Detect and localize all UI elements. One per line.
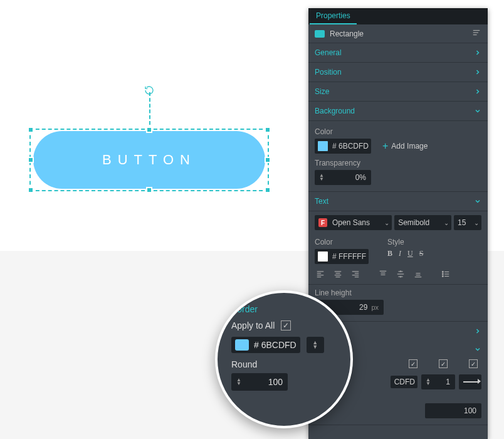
section-background[interactable]: Background [308, 102, 488, 121]
plus-icon: + [382, 141, 388, 151]
stepper-icon[interactable]: ▲▼ [234, 378, 244, 386]
text-style-label: Style [387, 238, 423, 246]
chevron-down-icon: ⌄ [474, 220, 479, 226]
svg-point-26 [442, 276, 443, 277]
lens-border-title: Border [231, 304, 342, 314]
border-side-checkbox[interactable]: ✓ [469, 359, 478, 368]
resize-handle-tc[interactable] [146, 127, 152, 133]
font-service-icon: F [318, 218, 327, 227]
underline-button[interactable]: U [407, 249, 413, 258]
line-height-label: Line height [315, 288, 481, 297]
section-position-label: Position [315, 68, 342, 77]
object-name: Rectangle [330, 29, 364, 38]
section-background-label: Background [315, 107, 355, 115]
lens-color-picker[interactable]: # 6BCDFD [231, 337, 300, 353]
stepper-icon[interactable]: ▲▼ [423, 375, 434, 389]
line-height-unit: px [371, 304, 379, 311]
border-side-checkbox[interactable]: ✓ [409, 359, 417, 368]
border-width-value: 1 [436, 378, 450, 386]
round-input[interactable]: 100 [425, 403, 481, 418]
font-family-select[interactable]: F Open Sans ⌄ [315, 215, 392, 230]
add-image-button[interactable]: + Add Image [382, 141, 428, 151]
align-right-icon[interactable] [350, 269, 361, 279]
bg-color-picker[interactable]: # 6BCDFD [315, 139, 371, 154]
section-position[interactable]: Position [308, 63, 488, 82]
object-menu-icon[interactable] [471, 28, 481, 39]
tab-properties[interactable]: Properties [310, 8, 357, 24]
align-left-icon[interactable] [315, 269, 326, 279]
section-text[interactable]: Text [308, 192, 488, 211]
selected-element[interactable]: BUTTON [29, 129, 269, 191]
resize-handle-tl[interactable] [28, 127, 34, 133]
resize-handle-tr[interactable] [265, 127, 271, 133]
alignment-row [315, 264, 481, 282]
font-size-select[interactable]: 15 ⌄ [454, 215, 481, 230]
resize-handle-bl[interactable] [28, 187, 34, 193]
bold-button[interactable]: B [387, 249, 392, 258]
svg-point-25 [442, 273, 443, 275]
valign-bottom-icon[interactable] [412, 269, 424, 279]
lens-round-value: 100 [244, 377, 283, 387]
list-bullets-icon[interactable] [440, 269, 451, 279]
round-value: 100 [426, 406, 476, 415]
selection-outline [29, 129, 269, 191]
section-size[interactable]: Size [308, 82, 488, 102]
section-general-label: General [315, 48, 342, 57]
border-style-select[interactable] [459, 374, 481, 389]
lens-apply-label: Apply to All [231, 320, 275, 331]
lens-width-stepper[interactable]: ▲▼ [307, 337, 324, 353]
transparency-value: 0% [330, 173, 366, 182]
transparency-input[interactable]: ▲▼ 0% [315, 170, 371, 185]
panel-tabbar: Properties [308, 8, 488, 24]
strikethrough-button[interactable]: S [419, 249, 424, 258]
text-color-hex: # FFFFFF [332, 252, 366, 261]
rotate-line [149, 92, 150, 125]
lens-round-label: Round [231, 359, 342, 369]
resize-handle-mr[interactable] [265, 157, 271, 163]
valign-middle-icon[interactable] [395, 269, 406, 279]
bg-color-swatch [317, 140, 328, 152]
object-header-row: Rectangle [308, 24, 488, 43]
lens-color-hex: # 6BCDFD [254, 340, 297, 350]
rotate-handle-icon[interactable] [144, 85, 155, 96]
rectangle-icon [315, 30, 325, 38]
apply-all-checkbox[interactable]: ✓ [281, 320, 291, 331]
stepper-icon[interactable]: ▲▼ [316, 171, 327, 184]
line-height-value: 29 [330, 303, 367, 312]
valign-top-icon[interactable] [377, 269, 389, 279]
resize-handle-ml[interactable] [28, 157, 34, 163]
add-image-label: Add Image [391, 142, 428, 151]
transparency-label: Transparency [315, 159, 481, 167]
section-text-label: Text [315, 197, 328, 206]
zoom-lens: Border Apply to All ✓ # 6BCDFD ▲▼ Round … [215, 290, 353, 428]
resize-handle-br[interactable] [265, 187, 271, 193]
text-group: F Open Sans ⌄ Semibold ⌄ 15 ⌄ Color # FF… [308, 211, 488, 322]
section-general[interactable]: General [308, 43, 488, 63]
italic-button[interactable]: I [399, 249, 401, 258]
border-width-input[interactable]: ▲▼ 1 [421, 374, 455, 389]
svg-point-24 [442, 272, 443, 273]
chevron-down-icon: ⌄ [384, 220, 389, 226]
border-color-hex-tail: CDFD [394, 378, 415, 386]
border-color-picker[interactable]: CDFD [391, 376, 417, 388]
line-style-icon [463, 381, 478, 383]
text-color-picker[interactable]: # FFFFFF [315, 249, 369, 264]
section-size-label: Size [315, 87, 329, 96]
chevron-down-icon: ⌄ [444, 220, 449, 226]
bg-color-label: Color [315, 127, 481, 136]
align-center-icon[interactable] [332, 269, 344, 279]
font-weight-select[interactable]: Semibold ⌄ [394, 215, 451, 230]
bg-color-hex: # 6BCDFD [332, 142, 369, 151]
text-color-label: Color [315, 238, 369, 246]
border-side-checkbox[interactable]: ✓ [439, 359, 448, 368]
font-family-value: Open Sans [332, 218, 382, 227]
text-color-swatch [317, 251, 328, 262]
lens-color-swatch [235, 339, 249, 351]
resize-handle-bc[interactable] [146, 187, 152, 193]
background-group: Color # 6BCDFD + Add Image Transparency … [308, 121, 488, 192]
lens-round-input[interactable]: ▲▼ 100 [231, 373, 288, 391]
font-size-value: 15 [458, 218, 471, 227]
font-weight-value: Semibold [398, 218, 441, 227]
